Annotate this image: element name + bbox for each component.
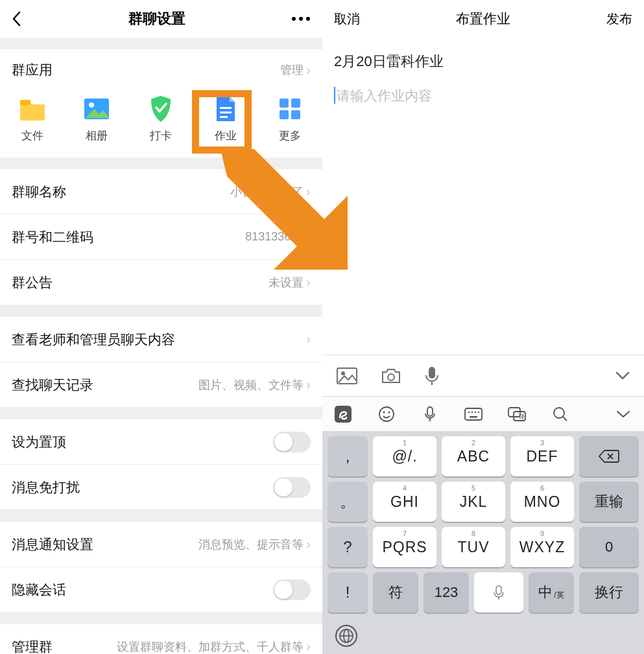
more-button[interactable] (291, 16, 311, 21)
svg-point-20 (379, 407, 394, 421)
cancel-button[interactable]: 取消 (334, 10, 360, 28)
svg-point-0 (292, 17, 296, 21)
publish-button[interactable]: 发布 (606, 10, 632, 28)
key-2[interactable]: 2ABC (442, 436, 505, 476)
keyboard-layout-button[interactable] (462, 407, 486, 421)
svg-point-28 (475, 411, 476, 412)
keyboard: , 。 ? ! 1@/. 2ABC 3DEF 4GHI 5JKL 6MNO (322, 431, 644, 618)
svg-point-22 (388, 411, 390, 413)
voice-input-button[interactable] (418, 406, 442, 423)
svg-rect-30 (470, 416, 477, 418)
chevron-right-icon: › (306, 229, 311, 244)
svg-point-5 (89, 102, 94, 108)
row-notify-settings[interactable]: 消息通知设置 消息预览、提示音等› (0, 522, 322, 567)
row-hide-conversation: 隐藏会话 (0, 567, 322, 613)
key-space[interactable] (474, 572, 523, 613)
attach-voice-button[interactable] (425, 366, 439, 386)
svg-rect-12 (291, 110, 300, 119)
row-group-name[interactable]: 群聊名称 小雷 堂开课了› (0, 169, 322, 215)
app-more[interactable]: 更多 (263, 95, 316, 143)
key-1[interactable]: 1@/. (373, 436, 436, 476)
svg-point-26 (468, 411, 470, 412)
chevron-right-icon: › (306, 537, 311, 552)
row-announcement[interactable]: 群公告 未设置› (0, 260, 322, 305)
key-period[interactable]: 。 (328, 482, 368, 522)
key-retype[interactable]: 重输 (579, 482, 639, 522)
key-9[interactable]: 9WXYZ (510, 527, 574, 567)
apps-section-title: 群应用 (12, 61, 53, 79)
chevron-right-icon: › (306, 332, 311, 347)
key-3[interactable]: 3DEF (510, 436, 574, 476)
key-123[interactable]: 123 (423, 572, 469, 613)
svg-rect-19 (335, 406, 352, 423)
apps-manage-link[interactable]: 管理 › (280, 62, 311, 78)
svg-point-2 (306, 17, 310, 21)
svg-point-21 (383, 411, 385, 413)
hide-keyboard-button[interactable] (611, 410, 635, 419)
key-enter[interactable]: 换行 (579, 572, 639, 613)
app-checkin[interactable]: 打卡 (134, 95, 187, 143)
key-exclaim[interactable]: ! (328, 572, 368, 613)
collapse-attach-button[interactable] (615, 371, 630, 380)
back-button[interactable] (12, 11, 22, 27)
globe-button[interactable] (335, 625, 357, 647)
key-backspace[interactable] (579, 436, 639, 476)
svg-rect-3 (20, 100, 30, 105)
row-mute: 消息免打扰 (0, 465, 322, 510)
svg-point-15 (341, 371, 345, 375)
search-button[interactable] (548, 406, 572, 423)
key-comma[interactable]: , (328, 436, 368, 476)
row-manage-group[interactable]: 管理群 设置群聊资料、加群方式、千人群等› (0, 624, 322, 654)
svg-point-1 (299, 17, 303, 21)
chevron-right-icon: › (306, 184, 311, 199)
shield-check-icon (147, 95, 175, 123)
svg-rect-17 (429, 367, 435, 379)
emoji-button[interactable] (375, 406, 399, 423)
chevron-right-icon: › (306, 377, 311, 392)
app-album[interactable]: 相册 (70, 95, 123, 143)
key-question[interactable]: ? (328, 527, 368, 567)
text-cursor (334, 87, 335, 104)
key-5[interactable]: 5JKL (442, 482, 505, 522)
key-zero[interactable]: 0 (579, 527, 639, 567)
homework-subject-input[interactable]: 2月20日雷科作业 (334, 52, 632, 71)
svg-rect-36 (496, 586, 501, 594)
svg-rect-10 (291, 99, 300, 108)
folder-icon (18, 95, 47, 123)
key-6[interactable]: 6MNO (510, 482, 574, 522)
grid-icon (276, 95, 304, 123)
homework-body-input[interactable]: 请输入作业内容 (334, 87, 632, 105)
chevron-right-icon: › (306, 275, 311, 290)
svg-point-27 (471, 411, 473, 412)
image-icon (82, 95, 111, 123)
key-8[interactable]: 8TUV (442, 527, 505, 567)
svg-text:译: 译 (519, 414, 525, 420)
toggle-mute[interactable] (273, 477, 311, 498)
row-view-admin-chat[interactable]: 查看老师和管理员聊天内容 › (0, 317, 322, 362)
svg-rect-23 (427, 407, 433, 416)
toggle-pin[interactable] (273, 432, 311, 452)
svg-rect-11 (280, 110, 289, 119)
row-search-chat[interactable]: 查找聊天记录 图片、视频、文件等› (0, 362, 322, 408)
svg-point-34 (554, 408, 564, 418)
page-title: 群聊设置 (22, 9, 291, 29)
svg-point-16 (388, 374, 394, 380)
svg-line-35 (563, 417, 567, 421)
row-pin-top: 设为置顶 (0, 419, 322, 465)
attach-camera-button[interactable] (381, 368, 401, 384)
key-lang[interactable]: 中/英 (529, 572, 574, 613)
globe-icon (335, 625, 357, 647)
key-4[interactable]: 4GHI (373, 482, 436, 522)
ime-logo-icon[interactable] (331, 404, 355, 424)
key-symbol[interactable]: 符 (373, 572, 418, 613)
svg-point-29 (478, 411, 479, 412)
key-7[interactable]: 7PQRS (373, 527, 436, 567)
translate-button[interactable]: 译 (505, 406, 529, 422)
row-group-id[interactable]: 群号和二维码 813133646› (0, 215, 322, 260)
chevron-right-icon: › (306, 63, 311, 78)
svg-rect-9 (280, 99, 289, 108)
svg-rect-25 (465, 408, 482, 420)
attach-image-button[interactable] (337, 368, 357, 384)
app-files[interactable]: 文件 (6, 95, 59, 143)
toggle-hide[interactable] (273, 579, 311, 600)
